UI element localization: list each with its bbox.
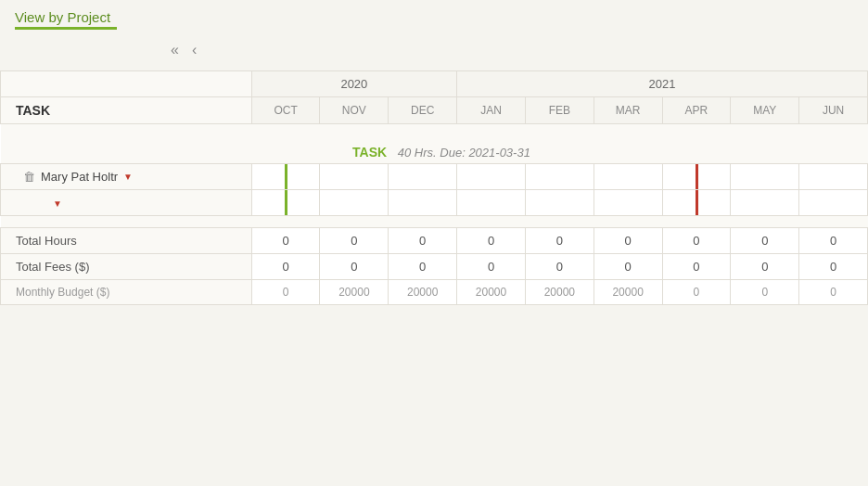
month-mar: MAR [594, 97, 662, 124]
sub-nov [320, 190, 389, 216]
task-section-label: TASK [352, 145, 387, 160]
person-jan [457, 164, 526, 190]
red-bar-sub-apr [696, 190, 697, 215]
task-section-meta: 40 Hrs. Due: 2021-03-31 [398, 146, 530, 160]
month-jan: JAN [457, 97, 526, 124]
prev-button[interactable]: ‹ [188, 41, 200, 59]
person-mar [594, 164, 662, 190]
person-oct [251, 164, 320, 190]
sub-dropdown-cell: ▼ [1, 190, 252, 216]
month-nov: NOV [320, 97, 389, 124]
sub-mar [594, 190, 662, 216]
hours-jun: 0 [799, 228, 868, 254]
monthly-budget-label: Monthly Budget ($) [1, 280, 252, 305]
month-apr: APR [662, 97, 731, 124]
budget-oct: 0 [251, 280, 320, 305]
person-may [731, 164, 799, 190]
hours-apr: 0 [662, 228, 731, 254]
task-col-header: TASK [1, 97, 252, 124]
fees-nov: 0 [320, 254, 389, 280]
budget-may: 0 [731, 280, 799, 305]
year-2020: 2020 [251, 71, 456, 97]
sub-apr [662, 190, 731, 216]
budget-dec: 20000 [389, 280, 457, 305]
fees-feb: 0 [525, 254, 594, 280]
person-row: 🗑 Mary Pat Holtr ▼ [1, 164, 868, 190]
budget-feb: 20000 [525, 280, 594, 305]
monthly-budget-row: Monthly Budget ($) 0 20000 20000 20000 2… [1, 280, 868, 305]
person-feb [525, 164, 594, 190]
total-fees-row: Total Fees ($) 0 0 0 0 0 0 0 0 0 [1, 254, 868, 280]
green-bar-oct [285, 164, 287, 189]
hours-feb: 0 [525, 228, 594, 254]
hours-dec: 0 [389, 228, 457, 254]
budget-apr: 0 [662, 280, 731, 305]
fees-dec: 0 [389, 254, 457, 280]
sub-dec [389, 190, 457, 216]
budget-jun: 0 [799, 280, 868, 305]
separator-row [1, 216, 868, 228]
year-2021: 2021 [457, 71, 868, 97]
month-may: MAY [731, 97, 799, 124]
fees-jun: 0 [799, 254, 868, 280]
fees-may: 0 [731, 254, 799, 280]
hours-mar: 0 [594, 228, 662, 254]
trash-icon[interactable]: 🗑 [23, 170, 35, 184]
month-oct: OCT [251, 97, 320, 124]
fees-apr: 0 [662, 254, 731, 280]
person-apr [662, 164, 731, 190]
month-feb: FEB [525, 97, 594, 124]
year-header-row: 2020 2021 [1, 71, 868, 97]
person-cell: 🗑 Mary Pat Holtr ▼ [1, 164, 252, 190]
task-section-row: TASK 40 Hrs. Due: 2021-03-31 [1, 135, 868, 164]
total-hours-row: Total Hours 0 0 0 0 0 0 0 0 0 [1, 228, 868, 254]
sub-jan [457, 190, 526, 216]
hours-may: 0 [731, 228, 799, 254]
red-bar-apr [696, 164, 697, 189]
fees-mar: 0 [594, 254, 662, 280]
person-dropdown-icon[interactable]: ▼ [123, 172, 133, 182]
sub-dropdown-icon[interactable]: ▼ [53, 198, 62, 209]
month-dec: DEC [389, 97, 457, 124]
spacer-row [1, 124, 868, 136]
person-dec [389, 164, 457, 190]
sub-dropdown-row: ▼ [1, 190, 868, 216]
person-name: Mary Pat Holtr [41, 170, 118, 184]
view-by-project-link[interactable]: View by Project [15, 9, 110, 25]
budget-nov: 20000 [320, 280, 389, 305]
green-bar-sub-oct [285, 190, 287, 215]
sub-may [731, 190, 799, 216]
person-jun [799, 164, 868, 190]
fees-oct: 0 [251, 254, 320, 280]
hours-nov: 0 [320, 228, 389, 254]
hours-jan: 0 [457, 228, 526, 254]
task-col-blank [1, 71, 252, 97]
sub-jun [799, 190, 868, 216]
sub-oct [251, 190, 320, 216]
budget-mar: 20000 [594, 280, 662, 305]
month-header-row: TASK OCT NOV DEC JAN FEB MAR APR MAY JUN [1, 97, 868, 124]
fees-jan: 0 [457, 254, 526, 280]
total-hours-label: Total Hours [1, 228, 252, 254]
person-nov [320, 164, 389, 190]
hours-oct: 0 [251, 228, 320, 254]
budget-jan: 20000 [457, 280, 526, 305]
total-fees-label: Total Fees ($) [1, 254, 252, 280]
prev-prev-button[interactable]: « [167, 41, 183, 59]
month-jun: JUN [799, 97, 868, 124]
sub-feb [525, 190, 594, 216]
